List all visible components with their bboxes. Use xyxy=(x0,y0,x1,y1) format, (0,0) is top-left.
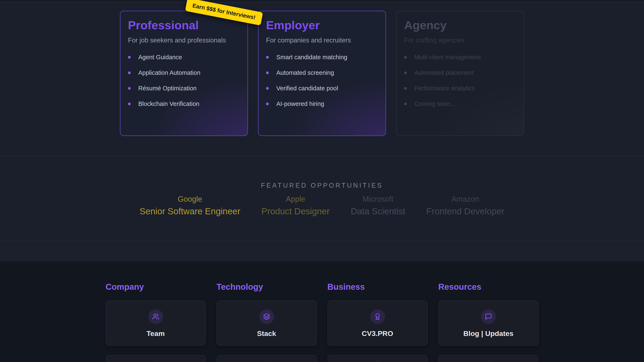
feature-label: Automated screening xyxy=(276,69,334,76)
footer-column-resources: Resources Blog | Updates xyxy=(438,282,538,362)
job-company: Amazon xyxy=(426,195,504,203)
job-role: Senior Software Engineer xyxy=(140,206,240,216)
feature-item: Automated screening xyxy=(266,69,378,76)
featured-section-title: FEATURED OPPORTUNITIES xyxy=(0,157,644,189)
bullet-dot-icon xyxy=(266,56,269,59)
footer-card-label: Blog | Updates xyxy=(463,330,513,338)
footer-column-business: Business CV3.PRO xyxy=(328,282,428,362)
footer-card-label: CV3.PRO xyxy=(362,330,393,338)
feature-item: Performance analytics xyxy=(404,85,516,92)
card-title: Agency xyxy=(404,19,516,32)
footer-card-team[interactable]: Team xyxy=(106,300,206,346)
footer-card-label: Team xyxy=(146,330,164,338)
card-title: Professional xyxy=(128,19,240,32)
feature-item: Résumé Optimization xyxy=(128,85,240,92)
bullet-dot-icon xyxy=(128,103,131,105)
featured-jobs-row: Google Senior Software Engineer Apple Pr… xyxy=(0,195,644,217)
feature-item: Multi-client management xyxy=(404,54,516,61)
layers-icon xyxy=(259,309,274,324)
feature-label: Coming soon... xyxy=(414,100,456,107)
footer-columns: Company Team Technology xyxy=(0,261,644,362)
feature-item: Blockchain Verification xyxy=(128,100,240,107)
feature-label: Multi-client management xyxy=(414,54,481,61)
footer: Company Team Technology xyxy=(0,261,644,362)
bullet-dot-icon xyxy=(404,103,407,105)
pricing-section: Professional For job seekers and profess… xyxy=(0,2,644,156)
card-subtitle: For job seekers and professionals xyxy=(128,36,240,44)
feature-item: Smart candidate matching xyxy=(266,54,378,61)
job-role: Data Scientist xyxy=(350,206,405,216)
feature-label: Résumé Optimization xyxy=(138,85,196,92)
job-role: Product Designer xyxy=(262,206,330,216)
feature-item: Automated placement xyxy=(404,69,516,76)
bullet-dot-icon xyxy=(266,87,269,90)
feature-list: Agent Guidance Application Automation Ré… xyxy=(128,54,240,107)
feature-item: AI-powered hiring xyxy=(266,100,378,107)
footer-card-partial[interactable] xyxy=(438,355,538,362)
users-icon xyxy=(148,309,163,324)
feature-item: Verified candidate pool xyxy=(266,85,378,92)
card-subtitle: For staffing agencies xyxy=(404,36,516,44)
card-title: Employer xyxy=(266,19,378,32)
card-subtitle: For companies and recruiters xyxy=(266,36,378,44)
pricing-card-agency-disabled: Agency For staffing agencies Multi-clien… xyxy=(396,11,524,136)
featured-opportunities-section: FEATURED OPPORTUNITIES Google Senior Sof… xyxy=(0,157,644,241)
bullet-dot-icon xyxy=(266,103,269,105)
pricing-card-employer[interactable]: Employer For companies and recruiters Sm… xyxy=(258,11,386,136)
footer-card-partial[interactable] xyxy=(216,355,317,362)
section-top-border xyxy=(0,0,644,2)
pricing-card-professional[interactable]: Professional For job seekers and profess… xyxy=(120,11,248,136)
bullet-dot-icon xyxy=(266,71,269,74)
pricing-landing-page: Earn $$$ for Interviews! Professional Fo… xyxy=(0,0,644,362)
bullet-dot-icon xyxy=(128,56,131,59)
featured-job-google[interactable]: Google Senior Software Engineer xyxy=(140,195,240,217)
featured-job-apple[interactable]: Apple Product Designer xyxy=(262,195,330,217)
job-company: Microsoft xyxy=(350,195,405,203)
feature-list: Multi-client management Automated placem… xyxy=(404,54,516,107)
footer-column-header: Resources xyxy=(438,282,538,292)
footer-card-partial[interactable] xyxy=(106,355,206,362)
footer-column-header: Business xyxy=(328,282,428,292)
feature-label: Verified candidate pool xyxy=(276,85,338,92)
feature-item: Application Automation xyxy=(128,69,240,76)
footer-card-partial[interactable] xyxy=(328,355,428,362)
bullet-dot-icon xyxy=(128,87,131,90)
pricing-cards-row: Professional For job seekers and profess… xyxy=(0,2,644,136)
feature-label: AI-powered hiring xyxy=(276,100,324,107)
bullet-dot-icon xyxy=(404,87,407,90)
award-icon xyxy=(370,309,385,324)
feature-label: Application Automation xyxy=(138,69,200,76)
spacer-band xyxy=(0,241,644,261)
feature-item: Agent Guidance xyxy=(128,54,240,61)
job-role: Frontend Developer xyxy=(426,206,504,216)
feature-label: Automated placement xyxy=(414,69,474,76)
bullet-dot-icon xyxy=(404,56,407,59)
footer-card-label: Stack xyxy=(257,330,276,338)
feature-list: Smart candidate matching Automated scree… xyxy=(266,54,378,107)
feature-item: Coming soon... xyxy=(404,100,516,107)
job-company: Apple xyxy=(262,195,330,203)
footer-card-cv3pro[interactable]: CV3.PRO xyxy=(328,300,428,346)
featured-job-microsoft[interactable]: Microsoft Data Scientist xyxy=(350,195,405,217)
feature-label: Agent Guidance xyxy=(138,54,182,61)
job-company: Google xyxy=(140,195,240,203)
footer-column-header: Technology xyxy=(216,282,317,292)
feature-label: Blockchain Verification xyxy=(138,100,199,107)
featured-job-amazon[interactable]: Amazon Frontend Developer xyxy=(426,195,504,217)
footer-column-header: Company xyxy=(106,282,206,292)
feature-label: Performance analytics xyxy=(414,85,475,92)
bullet-dot-icon xyxy=(404,71,407,74)
message-square-icon xyxy=(481,309,496,324)
feature-label: Smart candidate matching xyxy=(276,54,347,61)
footer-column-technology: Technology Stack xyxy=(216,282,317,362)
footer-column-company: Company Team xyxy=(106,282,206,362)
bullet-dot-icon xyxy=(128,71,131,74)
footer-card-stack[interactable]: Stack xyxy=(216,300,317,346)
footer-card-blog[interactable]: Blog | Updates xyxy=(438,300,538,346)
